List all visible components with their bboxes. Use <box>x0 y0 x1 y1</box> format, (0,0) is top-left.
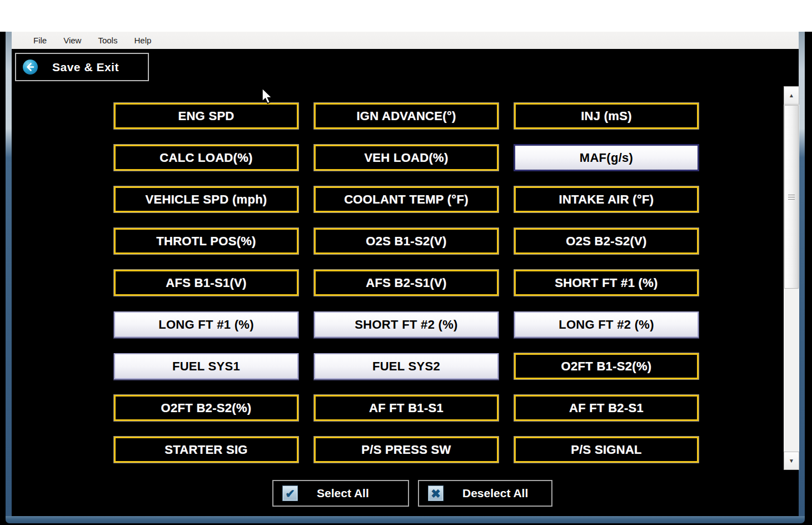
pid-button-long-ft-1[interactable]: LONG FT #1 (%) <box>114 311 298 338</box>
window-border-left <box>6 32 12 516</box>
deselect-all-button[interactable]: ✖ Deselect All <box>418 480 552 507</box>
pid-button-short-ft-1[interactable]: SHORT FT #1 (%) <box>514 270 699 296</box>
pid-button-af-ft-b1-s1[interactable]: AF FT B1-S1 <box>314 395 499 421</box>
select-all-label: Select All <box>317 487 369 500</box>
pid-button-inj[interactable]: INJ (mS) <box>514 103 699 129</box>
pid-button-short-ft-2[interactable]: SHORT FT #2 (%) <box>314 311 499 338</box>
pid-button-o2ft-b1-s2[interactable]: O2FT B1-S2(%) <box>514 353 699 379</box>
pid-button-o2s-b2-s2[interactable]: O2S B2-S2(V) <box>514 228 699 254</box>
scrollbar-up-icon[interactable]: ▲ <box>784 86 799 105</box>
menu-file[interactable]: File <box>25 32 55 49</box>
pid-button-ps-signal[interactable]: P/S SIGNAL <box>514 437 699 463</box>
save-exit-label: Save & Exit <box>52 61 119 74</box>
client-area: Save & Exit ENG SPD IGN ADVANCE(°) INJ (… <box>12 49 799 516</box>
pid-button-afs-b1-s1[interactable]: AFS B1-S1(V) <box>114 270 298 296</box>
pid-button-calc-load[interactable]: CALC LOAD(%) <box>114 145 298 171</box>
pid-button-vehicle-spd[interactable]: VEHICLE SPD (mph) <box>114 186 298 212</box>
select-all-button[interactable]: ✔ Select All <box>272 480 409 507</box>
pid-button-coolant-temp[interactable]: COOLANT TEMP (°F) <box>314 186 499 212</box>
pid-button-intake-air[interactable]: INTAKE AIR (°F) <box>514 186 699 212</box>
pid-button-fuel-sys2[interactable]: FUEL SYS2 <box>314 353 499 379</box>
pid-button-o2s-b1-s2[interactable]: O2S B1-S2(V) <box>314 228 499 254</box>
pid-button-starter-sig[interactable]: STARTER SIG <box>114 437 298 463</box>
pid-button-maf[interactable]: MAF(g/s) <box>514 145 699 171</box>
pid-grid: ENG SPD IGN ADVANCE(°) INJ (mS) CALC LOA… <box>114 103 699 463</box>
back-arrow-icon <box>23 60 38 75</box>
pid-button-eng-spd[interactable]: ENG SPD <box>114 103 298 129</box>
menu-help[interactable]: Help <box>126 32 160 49</box>
pid-button-veh-load[interactable]: VEH LOAD(%) <box>314 145 499 171</box>
menu-view[interactable]: View <box>55 32 89 49</box>
pid-button-long-ft-2[interactable]: LONG FT #2 (%) <box>514 311 699 338</box>
scrollbar-thumb[interactable] <box>784 105 799 289</box>
deselect-all-label: Deselect All <box>462 487 528 500</box>
checkbox-cross-icon: ✖ <box>428 486 444 501</box>
pid-button-fuel-sys1[interactable]: FUEL SYS1 <box>114 353 298 379</box>
save-exit-button[interactable]: Save & Exit <box>15 53 149 81</box>
pid-button-afs-b2-s1[interactable]: AFS B2-S1(V) <box>314 270 499 296</box>
vertical-scrollbar[interactable]: ▲ ▼ <box>784 86 799 470</box>
window-border-bottom <box>6 516 805 523</box>
window-border-right <box>799 32 805 516</box>
scrollbar-grip-icon <box>788 193 795 201</box>
menu-tools[interactable]: Tools <box>89 32 126 49</box>
pid-button-ign-advance[interactable]: IGN ADVANCE(°) <box>314 103 499 129</box>
pid-button-o2ft-b2-s2[interactable]: O2FT B2-S2(%) <box>114 395 298 421</box>
pid-button-ps-press-sw[interactable]: P/S PRESS SW <box>314 437 499 463</box>
checkbox-checked-icon: ✔ <box>282 486 298 501</box>
pid-button-throtl-pos[interactable]: THROTL POS(%) <box>114 228 298 254</box>
scrollbar-down-icon[interactable]: ▼ <box>784 452 799 470</box>
menu-bar: File View Tools Help <box>12 32 799 49</box>
pid-button-af-ft-b2-s1[interactable]: AF FT B2-S1 <box>514 395 699 421</box>
